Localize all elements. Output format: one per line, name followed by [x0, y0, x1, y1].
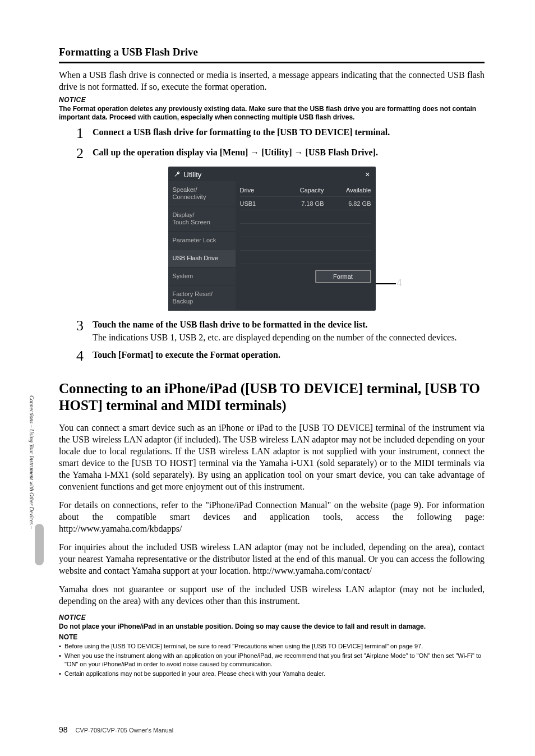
section2-para2: For details on connections, refer to the…: [59, 499, 485, 534]
screenshot-title-left: Utility: [174, 170, 202, 179]
page-number: 98: [59, 726, 68, 734]
sidebar-item-factoryreset[interactable]: Factory Reset/Backup: [168, 285, 236, 311]
manual-name: CVP-709/CVP-705 Owner's Manual: [76, 727, 174, 734]
callout-number: 4: [397, 278, 402, 288]
table-row-empty: [240, 224, 371, 237]
section1-intro: When a USB flash drive is connected or m…: [59, 69, 485, 93]
col-drive: Drive: [240, 187, 279, 193]
step-number: 2: [59, 146, 93, 161]
callout-line: [376, 283, 396, 284]
step-1: 1 Connect a USB flash drive for formatti…: [59, 126, 485, 141]
side-tab-accent: [35, 524, 44, 565]
step-title: Connect a USB flash drive for formatting…: [93, 126, 485, 138]
step-4: 4 Touch [Format] to execute the Format o…: [59, 349, 485, 363]
bullet-item: When you use the instrument along with a…: [59, 652, 485, 669]
step-3: 3 Touch the name of the USB flash drive …: [59, 319, 485, 343]
wrench-icon: [174, 171, 181, 178]
table-row-empty: [240, 251, 371, 264]
section1-rule: [59, 62, 485, 63]
notice-label: NOTICE: [59, 96, 485, 104]
section2-para4: Yamaha does not guarantee or support use…: [59, 583, 485, 607]
step-list: 1 Connect a USB flash drive for formatti…: [59, 126, 485, 161]
notice-text-2: Do not place your iPhone/iPad in an unst…: [59, 623, 485, 631]
screenshot-titlebar: Utility ×: [168, 167, 376, 181]
notice-label-2: NOTICE: [59, 614, 485, 621]
step-desc: The indications USB 1, USB 2, etc. are d…: [93, 331, 485, 343]
table-header: Drive Capacity Available: [240, 183, 371, 197]
bullet-item: Before using the [USB TO DEVICE] termina…: [59, 642, 485, 651]
side-tab: Connections – Using Your Instrument with…: [35, 356, 45, 569]
note-bullets: Before using the [USB TO DEVICE] termina…: [59, 642, 485, 678]
step-title: Call up the operation display via [Menu]…: [93, 146, 485, 158]
step-number: 1: [59, 126, 93, 141]
step-list-2: 3 Touch the name of the USB flash drive …: [59, 319, 485, 363]
step-number: 4: [59, 349, 93, 363]
note-label: NOTE: [59, 633, 485, 641]
section2-heading: Connecting to an iPhone/iPad ([USB TO DE…: [59, 380, 485, 414]
screenshot-title: Utility: [184, 170, 202, 179]
cell-available: 6.82 GB: [324, 200, 371, 207]
step-title: Touch [Format] to execute the Format ope…: [93, 349, 485, 361]
page-footer: 98 CVP-709/CVP-705 Owner's Manual: [59, 726, 173, 734]
sidebar-item-speaker[interactable]: Speaker/Connectivity: [168, 181, 236, 206]
sidebar-item-paramlock[interactable]: Parameter Lock: [168, 232, 236, 250]
sidebar-item-usbflash[interactable]: USB Flash Drive: [168, 250, 236, 268]
cell-drive: USB1: [240, 200, 279, 207]
col-available: Available: [324, 187, 371, 193]
screenshot-wrap: Utility × Speaker/Connectivity Display/T…: [59, 167, 485, 311]
step-2: 2 Call up the operation display via [Men…: [59, 146, 485, 161]
side-tab-label: Connections – Using Your Instrument with…: [28, 356, 35, 569]
section1-heading: Formatting a USB Flash Drive: [59, 46, 485, 58]
section2-para3: For inquiries about the included USB wir…: [59, 541, 485, 577]
sidebar-item-display[interactable]: Display/Touch Screen: [168, 206, 236, 232]
step-number: 3: [59, 319, 93, 343]
utility-screenshot: Utility × Speaker/Connectivity Display/T…: [168, 167, 376, 311]
close-icon[interactable]: ×: [365, 170, 370, 179]
notice-text: The Format operation deletes any previou…: [59, 105, 485, 122]
bullet-item: Certain applications may not be supporte…: [59, 670, 485, 678]
table-row[interactable]: USB1 7.18 GB 6.82 GB: [240, 197, 371, 210]
screenshot-content: Drive Capacity Available USB1 7.18 GB 6.…: [236, 181, 376, 311]
format-button[interactable]: Format: [315, 270, 371, 283]
col-capacity: Capacity: [279, 187, 324, 193]
step-title: Touch the name of the USB flash drive to…: [93, 319, 485, 330]
table-row-empty: [240, 210, 371, 224]
table-row-empty: [240, 237, 371, 251]
cell-capacity: 7.18 GB: [279, 200, 324, 207]
page: Connections – Using Your Instrument with…: [0, 0, 535, 756]
screenshot-sidebar: Speaker/Connectivity Display/Touch Scree…: [168, 181, 236, 311]
section2-para1: You can connect a smart device such as a…: [59, 422, 485, 492]
sidebar-item-system[interactable]: System: [168, 268, 236, 285]
